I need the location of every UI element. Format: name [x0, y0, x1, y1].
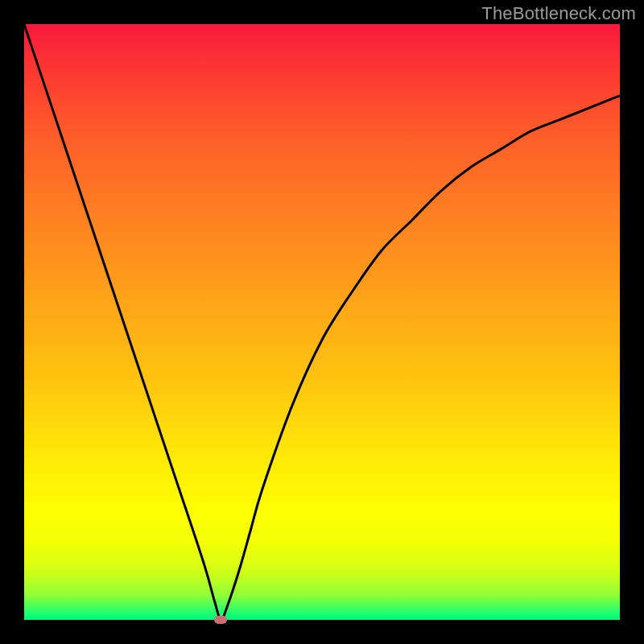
optimum-marker	[214, 616, 227, 624]
plot-area	[24, 24, 620, 620]
bottleneck-curve	[24, 24, 620, 620]
watermark-text: TheBottleneck.com	[481, 3, 636, 24]
curve-svg	[24, 24, 620, 620]
chart-frame: TheBottleneck.com	[0, 0, 644, 644]
